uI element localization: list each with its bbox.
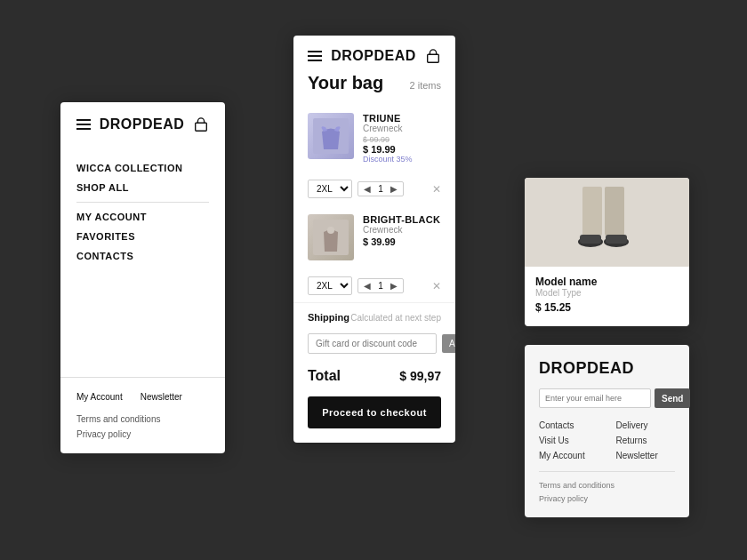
svg-point-4: [327, 227, 334, 234]
item-price-1: $ 19.99: [363, 144, 441, 155]
discount-input[interactable]: [308, 333, 437, 354]
item-details-2: BRIGHT-BLACK Crewneck $ 39.99: [363, 214, 441, 247]
bag-total: Total $ 99,97: [293, 359, 455, 393]
item-price-2: $ 39.99: [363, 236, 441, 247]
bag-cart-icon[interactable]: [425, 48, 441, 64]
qty-decrease-1[interactable]: ◀: [362, 184, 373, 194]
remove-item-2[interactable]: ✕: [432, 280, 441, 292]
nav-footer-links: My Account Newsletter: [76, 392, 209, 402]
item-thumbnail-1: [313, 118, 349, 154]
bag-shipping: Shipping Calculated at next step: [293, 302, 455, 328]
bag-logo: DROPDEAD: [331, 48, 416, 64]
bag-title: Your bag: [308, 73, 383, 93]
product-info: Model name Model Type $ 15.25: [525, 267, 689, 326]
newsletter-row: Send: [539, 388, 675, 408]
nav-header: DROPDEAD: [60, 102, 225, 147]
hamburger-icon[interactable]: [76, 119, 91, 130]
bag-item-1: TRIUNE Crewneck $ 99.99 $ 19.99 Discount…: [293, 104, 455, 172]
footer-link-returns[interactable]: Returns: [616, 436, 676, 445]
svg-rect-10: [580, 235, 601, 244]
svg-rect-0: [196, 123, 207, 131]
scene: DROPDEAD WICCA COLLECTION SHOP ALL MY AC…: [0, 0, 747, 560]
item-controls-2: 2XL XL L ◀ 1 ▶ ✕: [308, 276, 441, 295]
nav-logo: DROPDEAD: [100, 116, 185, 132]
nav-item-account[interactable]: MY ACCOUNT: [76, 212, 209, 222]
nav-footer-legal: Terms and conditions Privacy policy: [76, 414, 209, 439]
qty-value-1: 1: [376, 184, 385, 194]
send-button[interactable]: Send: [655, 388, 690, 408]
product-price: $ 15.25: [535, 301, 679, 314]
bag-panel: DROPDEAD Your bag 2 items TRIUNE: [293, 36, 455, 443]
product-visual: [525, 178, 689, 267]
bag-hamburger-icon[interactable]: [308, 51, 322, 61]
item-type-2: Crewneck: [363, 225, 441, 235]
footer-privacy[interactable]: Privacy policy: [539, 494, 675, 503]
product-name: Model name: [535, 276, 679, 288]
item-type-1: Crewneck: [363, 124, 441, 133]
nav-panel: DROPDEAD WICCA COLLECTION SHOP ALL MY AC…: [60, 102, 225, 453]
footer-logo: DROPDEAD: [539, 359, 675, 378]
qty-controls-2: ◀ 1 ▶: [357, 278, 404, 293]
nav-item-wicca[interactable]: WICCA COLLECTION: [76, 163, 209, 173]
item-image-2: [308, 214, 354, 260]
bag-header: DROPDEAD: [293, 36, 455, 73]
item-name-2: BRIGHT-BLACK: [363, 214, 441, 225]
item-thumbnail-2: [313, 220, 349, 255]
discount-row: Apply: [293, 328, 455, 359]
qty-increase-1[interactable]: ▶: [389, 184, 399, 194]
svg-rect-1: [428, 54, 439, 62]
footer-link-account[interactable]: My Account: [539, 451, 598, 460]
newsletter-input[interactable]: [539, 388, 651, 408]
svg-rect-6: [582, 187, 602, 236]
nav-footer: My Account Newsletter Terms and conditio…: [60, 377, 225, 453]
size-select-1[interactable]: 2XL XL L: [308, 180, 352, 198]
footer-panel: DROPDEAD Send Contacts Delivery Visit Us…: [525, 345, 689, 517]
qty-increase-2[interactable]: ▶: [389, 281, 399, 291]
item-discount-1: Discount 35%: [363, 155, 441, 164]
footer-links-grid: Contacts Delivery Visit Us Returns My Ac…: [539, 420, 675, 460]
footer-link-delivery[interactable]: Delivery: [616, 420, 676, 430]
qty-value-2: 1: [376, 281, 385, 291]
footer-divider: [539, 471, 675, 472]
bag-item-2: BRIGHT-BLACK Crewneck $ 39.99: [293, 205, 455, 269]
apply-button[interactable]: Apply: [442, 334, 455, 353]
footer-terms[interactable]: Terms and conditions: [539, 481, 675, 490]
nav-item-shop[interactable]: SHOP ALL: [76, 182, 209, 193]
item-price-orig-1: $ 99.99: [363, 135, 441, 144]
nav-footer-account[interactable]: My Account: [76, 392, 123, 402]
shipping-value: Calculated at next step: [350, 313, 441, 323]
nav-terms[interactable]: Terms and conditions: [76, 414, 209, 424]
nav-item-contacts[interactable]: CONTACTS: [76, 251, 209, 261]
total-value: $ 99,97: [399, 369, 441, 383]
product-thumbnail: [525, 178, 689, 267]
qty-decrease-2[interactable]: ◀: [362, 281, 373, 291]
bag-count: 2 items: [410, 80, 441, 91]
svg-rect-11: [606, 235, 627, 244]
nav-privacy[interactable]: Privacy policy: [76, 429, 209, 439]
remove-item-1[interactable]: ✕: [432, 183, 441, 196]
footer-link-newsletter[interactable]: Newsletter: [616, 451, 676, 460]
item-name-1: TRIUNE: [363, 113, 441, 124]
item-details-1: TRIUNE Crewneck $ 99.99 $ 19.99 Discount…: [363, 113, 441, 164]
shipping-label: Shipping: [308, 312, 349, 323]
nav-links: WICCA COLLECTION SHOP ALL MY ACCOUNT FAV…: [60, 147, 225, 377]
checkout-button[interactable]: Proceed to checkout: [308, 396, 441, 428]
footer-legal: Terms and conditions Privacy policy: [539, 481, 675, 503]
product-type: Model Type: [535, 288, 679, 298]
svg-rect-7: [605, 187, 624, 236]
product-panel: Model name Model Type $ 15.25: [525, 178, 689, 326]
nav-divider: [76, 202, 209, 203]
bag-icon[interactable]: [193, 116, 209, 132]
qty-controls-1: ◀ 1 ▶: [357, 181, 404, 196]
nav-item-favorites[interactable]: FAVORITES: [76, 231, 209, 242]
total-label: Total: [308, 368, 341, 384]
product-image: [525, 178, 689, 267]
bag-title-row: Your bag 2 items: [293, 73, 455, 104]
size-select-2[interactable]: 2XL XL L: [308, 276, 352, 295]
footer-link-contacts[interactable]: Contacts: [539, 420, 598, 430]
item-controls-1: 2XL XL L ◀ 1 ▶ ✕: [308, 180, 441, 198]
item-image-1: [308, 113, 354, 159]
footer-link-visit[interactable]: Visit Us: [539, 436, 598, 445]
nav-footer-newsletter[interactable]: Newsletter: [141, 392, 182, 402]
